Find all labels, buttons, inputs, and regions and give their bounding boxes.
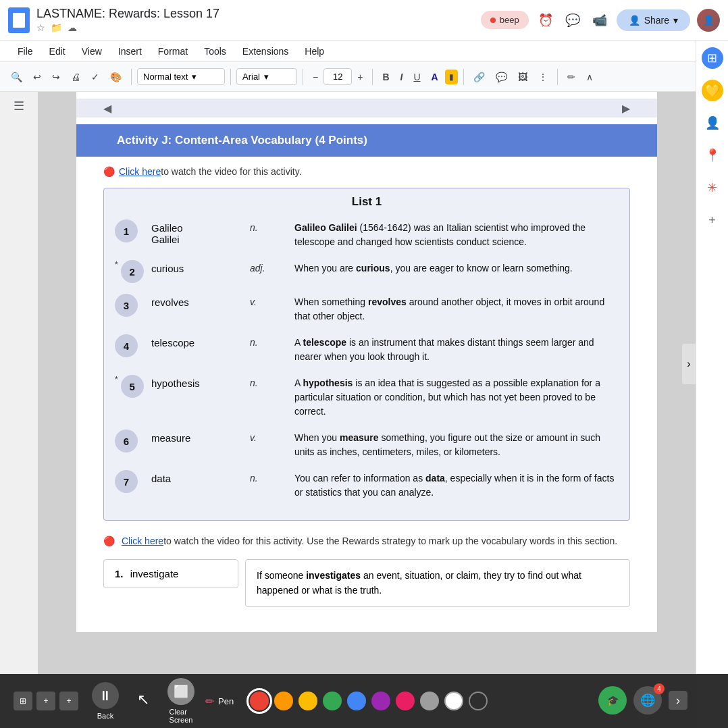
history-button[interactable]: ⏰ — [536, 10, 556, 30]
menu-extensions[interactable]: Extensions — [236, 43, 295, 59]
video-link-line: 🔴 Click here to watch the video for this… — [103, 166, 630, 177]
title-icons: ☆ 📁 ☁ — [36, 22, 481, 33]
expand-panel-button[interactable]: › — [669, 691, 687, 710]
color-white[interactable] — [444, 692, 463, 710]
vocab-pos-1: n. — [250, 218, 290, 233]
color-yellow[interactable] — [298, 692, 317, 710]
style-chevron-icon: ▾ — [192, 72, 197, 82]
menu-file[interactable]: File — [11, 43, 40, 59]
meet-button[interactable]: 📹 — [590, 10, 610, 30]
font-value: Arial — [242, 72, 260, 82]
classroom-button[interactable]: 🎓 — [598, 686, 627, 714]
panel-expand-button[interactable]: › — [682, 344, 696, 384]
click-line-after: to watch the video for this activity. Us… — [163, 534, 617, 548]
link-button[interactable]: 🔗 — [469, 69, 489, 85]
sidebar-keep-icon[interactable]: 💛 — [702, 80, 723, 101]
pen-tool-button[interactable]: ✏ — [563, 69, 579, 85]
undo-button[interactable]: ↩ — [29, 69, 45, 85]
star-icon[interactable]: ☆ — [36, 22, 45, 33]
video-link-after: to watch the video for this activity. — [161, 166, 301, 177]
color-orange[interactable] — [274, 692, 293, 710]
more-button[interactable]: ⋮ — [534, 69, 552, 85]
italic-button[interactable]: I — [396, 69, 407, 85]
back-button[interactable]: ⏸ Back — [92, 682, 119, 720]
cloud-icon[interactable]: ☁ — [68, 22, 77, 33]
collapse-toolbar-button[interactable]: ∧ — [582, 69, 597, 85]
underline-button[interactable]: U — [409, 69, 424, 85]
click-line-link[interactable]: Click here — [122, 534, 163, 548]
search-button[interactable]: 🔍 — [7, 69, 26, 85]
spellcheck-button[interactable]: ✓ — [87, 69, 103, 85]
back-label: Back — [97, 712, 113, 720]
highlight-button[interactable]: ▮ — [445, 70, 458, 84]
add-btn[interactable]: + — [36, 692, 55, 710]
menu-insert[interactable]: Insert — [111, 43, 149, 59]
bold-button[interactable]: B — [378, 69, 393, 85]
color-clear[interactable] — [469, 692, 488, 710]
menu-edit[interactable]: Edit — [43, 43, 72, 59]
title-area: LASTNAME: Rewards: Lesson 17 ☆ 📁 ☁ — [36, 7, 481, 33]
redo-button[interactable]: ↪ — [48, 69, 64, 85]
chat-button[interactable]: 🌐 4 — [633, 686, 662, 714]
margin-right-arrow-icon[interactable]: ▶ — [622, 102, 630, 115]
vocab-num-container: 4 — [115, 333, 147, 357]
vocab-num-container: * 2 — [115, 259, 147, 283]
font-size-area: − 12 + — [309, 68, 367, 85]
list-icon[interactable]: ☰ — [14, 99, 24, 113]
vocab-num-3: 3 — [115, 294, 138, 317]
sidebar-asterisk-icon[interactable]: ✳ — [702, 177, 723, 199]
pen-icon: ✏ — [205, 695, 214, 708]
sidebar-maps-icon[interactable]: 📍 — [702, 145, 723, 166]
paint-format-button[interactable]: 🎨 — [106, 69, 126, 85]
color-pink[interactable] — [396, 692, 415, 710]
folder-icon[interactable]: 📁 — [51, 22, 62, 33]
font-size-decrease-button[interactable]: − — [309, 69, 322, 85]
sidebar-add-icon[interactable]: + — [702, 209, 723, 231]
vocab-term-7: data — [151, 469, 246, 484]
toolbar: 🔍 ↩ ↪ 🖨 ✓ 🎨 Normal text ▾ Arial ▾ − 12 +… — [0, 62, 728, 92]
color-grey[interactable] — [420, 692, 439, 710]
vocab-num-container: 1 — [115, 218, 147, 242]
clear-icon: ⬜ — [167, 678, 194, 705]
cursor-button[interactable]: ↖ — [130, 686, 157, 716]
avatar[interactable]: 👤 — [697, 9, 720, 32]
sidebar-contacts-icon[interactable]: 👤 — [702, 112, 723, 134]
video-link[interactable]: Click here — [119, 166, 161, 177]
color-purple[interactable] — [371, 692, 390, 710]
vocab-pos-3: v. — [250, 292, 290, 307]
sidebar-sheets-icon[interactable]: ⊞ — [702, 47, 723, 69]
share-button[interactable]: 👤 Share ▾ — [617, 9, 690, 31]
font-selector[interactable]: Arial ▾ — [236, 68, 297, 85]
clear-screen-button[interactable]: ⬜ ClearScreen — [167, 678, 194, 724]
color-green[interactable] — [323, 692, 342, 710]
menu-tools[interactable]: Tools — [197, 43, 233, 59]
vocab-star-2: * — [115, 260, 118, 269]
left-sidebar: ☰ — [0, 92, 38, 113]
style-selector[interactable]: Normal text ▾ — [137, 68, 225, 85]
share-icon: 👤 — [629, 15, 640, 26]
color-blue[interactable] — [347, 692, 366, 710]
image-button[interactable]: 🖼 — [514, 69, 531, 85]
beep-button[interactable]: beep — [481, 11, 529, 29]
main-area[interactable]: ◀ ▶ Activity J: Content-Area Vocabulary … — [38, 92, 696, 674]
investigate-section: 1. investigate If someone investigates a… — [103, 559, 630, 607]
menu-format[interactable]: Format — [151, 43, 194, 59]
activity-header: Activity J: Content-Area Vocabulary (4 P… — [76, 124, 657, 157]
doc-icon — [8, 7, 30, 33]
menu-help[interactable]: Help — [298, 43, 331, 59]
text-color-button[interactable]: A — [427, 69, 442, 85]
vocab-pos-4: n. — [250, 333, 290, 348]
font-size-display[interactable]: 12 — [323, 68, 352, 85]
menu-view[interactable]: View — [75, 43, 109, 59]
vocab-row: 3 revolves v. When something revolves ar… — [115, 292, 619, 323]
color-red[interactable] — [250, 692, 269, 710]
grid-icon-btn[interactable]: ⊞ — [14, 692, 32, 710]
font-size-increase-button[interactable]: + — [353, 69, 367, 85]
red-dot-2: 🔴 — [103, 534, 115, 548]
margin-left-arrow-icon[interactable]: ◀ — [103, 102, 111, 115]
more-btn[interactable]: + — [59, 692, 78, 710]
vocab-term-3: revolves — [151, 292, 246, 308]
comments-button[interactable]: 💬 — [563, 10, 583, 30]
print-button[interactable]: 🖨 — [67, 69, 84, 85]
comment-button[interactable]: 💬 — [492, 69, 511, 85]
